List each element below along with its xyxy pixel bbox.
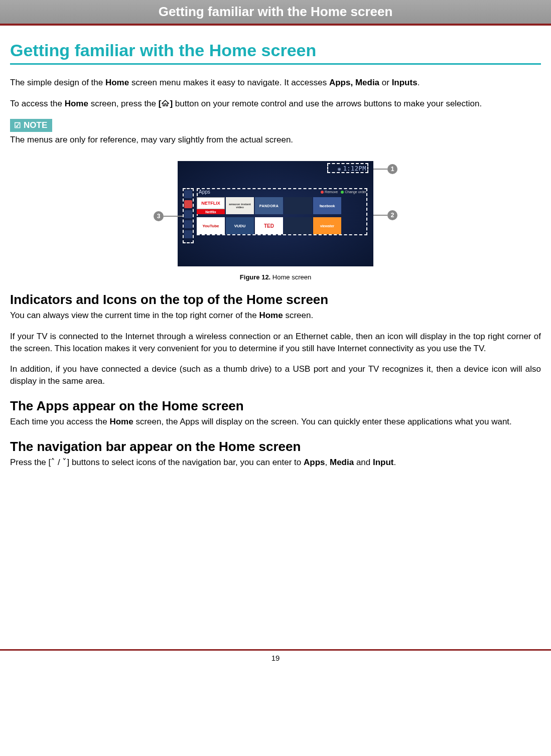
bold-home: Home bbox=[109, 417, 133, 426]
app-tile-viewster: viewster bbox=[313, 217, 341, 234]
callout-3: 3 bbox=[154, 211, 183, 221]
text: You can always view the current time in … bbox=[10, 311, 259, 320]
app-tile-netflix: NETFLIX bbox=[197, 197, 225, 209]
app-controls: Remove Change order bbox=[321, 190, 366, 194]
check-icon: ☑ bbox=[14, 121, 21, 130]
app-row-1: NETFLIX Netflix amazon instant video PAN… bbox=[197, 197, 341, 214]
indicators-p2: If your TV is connected to the Internet … bbox=[10, 331, 541, 355]
app-row-2: YouTube VUDU TED viewster bbox=[197, 217, 341, 234]
text: Each time you access the bbox=[10, 417, 109, 426]
change-dot-icon bbox=[341, 191, 344, 194]
bold-home: Home bbox=[259, 311, 283, 320]
page-number: 19 bbox=[0, 651, 551, 665]
text: button on your remote control and use th… bbox=[173, 99, 482, 108]
app-tile-mgo bbox=[284, 217, 312, 234]
app-tile-vudu: VUDU bbox=[226, 217, 254, 234]
bracket-open: [ bbox=[159, 99, 162, 108]
intro-paragraph-2: To access the Home screen, press the [] … bbox=[10, 98, 541, 110]
subhead-apps: The Apps appear on the Home screen bbox=[10, 398, 541, 414]
title-underline bbox=[10, 63, 541, 65]
nav-p1: Press the [˄ / ˅] buttons to select icon… bbox=[10, 457, 541, 469]
remove-dot-icon bbox=[321, 191, 324, 194]
indicators-p1: You can always view the current time in … bbox=[10, 310, 541, 322]
bold-inputs: Inputs bbox=[392, 78, 418, 87]
callout-line bbox=[373, 215, 387, 216]
bold-apps: Apps bbox=[304, 458, 325, 467]
page-header-bar: Getting familiar with the Home screen bbox=[0, 0, 551, 24]
note-block: ☑NOTE The menus are only for reference, … bbox=[10, 119, 541, 146]
app-tile-youtube: YouTube bbox=[197, 217, 225, 234]
tv-home-screen: ◉1:12PM Apps Remove Change order NETFLIX bbox=[178, 161, 373, 266]
text: . bbox=[394, 458, 396, 467]
nav-icon bbox=[184, 210, 192, 218]
nav-icon bbox=[184, 190, 192, 198]
bold-home: Home bbox=[65, 99, 88, 108]
callout-number-3: 3 bbox=[154, 211, 164, 221]
bold-media: Media bbox=[330, 458, 354, 467]
callout-number-2: 2 bbox=[387, 210, 397, 220]
text: Press the [ bbox=[10, 458, 51, 467]
callout-line bbox=[373, 169, 387, 170]
callout-number-1: 1 bbox=[387, 164, 397, 174]
note-text: The menus are only for reference, may va… bbox=[10, 134, 541, 146]
remove-label: Remove bbox=[325, 190, 338, 194]
figure-caption: Figure 12. Home screen bbox=[10, 273, 541, 281]
text: screen, press the bbox=[88, 99, 159, 108]
text: and bbox=[354, 458, 373, 467]
text: , bbox=[325, 458, 330, 467]
nav-icon bbox=[184, 220, 192, 228]
app-tile-pandora: PANDORA bbox=[255, 197, 283, 214]
change-label: Change order bbox=[345, 190, 366, 194]
text: To access the bbox=[10, 99, 65, 108]
text: . bbox=[418, 78, 420, 87]
app-tile-netflix-label: Netflix bbox=[197, 209, 225, 214]
bold-apps-media: Apps, Media bbox=[329, 78, 379, 87]
nav-icon bbox=[184, 230, 192, 238]
up-down-icon: ˄ / ˅ bbox=[51, 458, 67, 467]
figure-wrap: ◉1:12PM Apps Remove Change order NETFLIX bbox=[10, 161, 541, 281]
text: screen, the Apps will display on the scr… bbox=[133, 417, 512, 426]
header-title: Getting familiar with the Home screen bbox=[159, 4, 393, 19]
apps-label: Apps bbox=[199, 189, 210, 195]
text: The simple design of the bbox=[10, 78, 105, 87]
intro-paragraph-1: The simple design of the Home screen men… bbox=[10, 77, 541, 89]
bold-input: Input bbox=[373, 458, 394, 467]
note-label: NOTE bbox=[24, 120, 47, 130]
callout-line bbox=[164, 216, 183, 217]
callout-1: 1 bbox=[373, 164, 397, 174]
app-tile-opera bbox=[284, 197, 312, 214]
text: ] buttons to select icons of the navigat… bbox=[67, 458, 304, 467]
callout-box-1 bbox=[327, 163, 368, 173]
note-badge: ☑NOTE bbox=[10, 119, 52, 132]
text: screen menu makes it easy to navigate. I… bbox=[129, 78, 329, 87]
subhead-nav: The navigation bar appear on the Home sc… bbox=[10, 439, 541, 455]
subhead-indicators: Indicators and Icons on the top of the H… bbox=[10, 292, 541, 308]
app-tile-amazon: amazon instant video bbox=[226, 197, 254, 214]
nav-icon-active bbox=[184, 200, 192, 208]
figure-number: Figure 12. bbox=[240, 273, 270, 281]
apps-p1: Each time you access the Home screen, th… bbox=[10, 416, 541, 428]
section-title: Getting familiar with the Home screen bbox=[10, 41, 541, 60]
text: screen. bbox=[283, 311, 313, 320]
indicators-p3: In addition, if you have connected a dev… bbox=[10, 363, 541, 387]
figure-caption-text: Home screen bbox=[270, 273, 311, 281]
app-tile-ted: TED bbox=[255, 217, 283, 234]
app-tile-facebook: facebook bbox=[313, 197, 341, 214]
callout-2: 2 bbox=[373, 210, 397, 220]
home-icon bbox=[162, 98, 169, 110]
bold-home: Home bbox=[105, 78, 129, 87]
text: or bbox=[379, 78, 392, 87]
